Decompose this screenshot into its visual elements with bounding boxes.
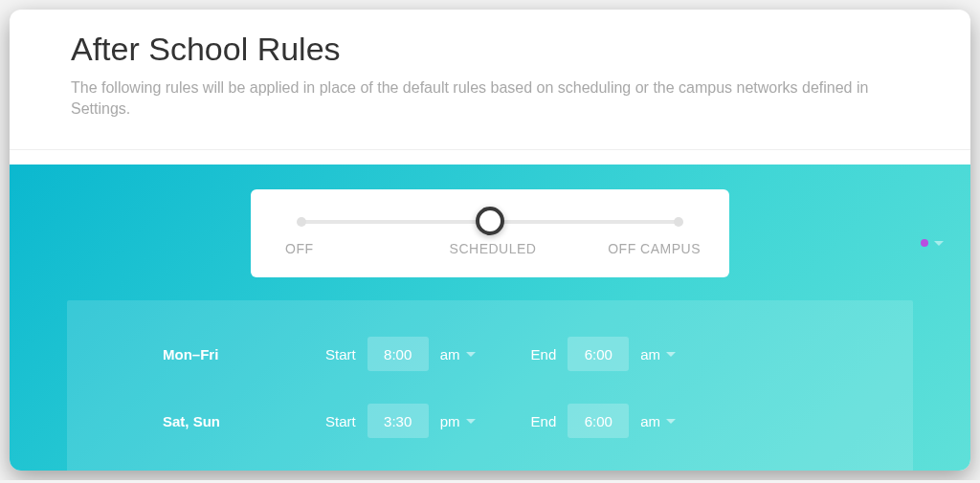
slider-option-offcampus[interactable]: OFF CAMPUS [562, 241, 701, 256]
slider-labels: OFF SCHEDULED OFF CAMPUS [279, 241, 701, 256]
start-label: Start [325, 346, 356, 362]
header: After School Rules The following rules w… [10, 10, 970, 150]
chevron-down-icon [466, 419, 476, 424]
end-ampm-value: am [640, 413, 660, 429]
end-time-group: End 6:00 am [531, 337, 677, 371]
end-time-group: End 6:00 am [531, 404, 677, 438]
start-ampm-select[interactable]: pm [440, 413, 476, 429]
slider-option-off[interactable]: OFF [279, 241, 424, 256]
start-ampm-value: am [440, 346, 460, 362]
status-dot-icon [921, 239, 928, 247]
start-time-group: Start 3:30 pm [325, 404, 476, 438]
days-label-weekend: Sat, Sun [67, 413, 325, 429]
schedule-row: Sat, Sun Start 3:30 pm End 6:00 am [67, 394, 913, 461]
mode-slider-track[interactable] [293, 209, 687, 235]
chevron-down-icon [934, 241, 944, 246]
start-time-input[interactable]: 8:00 [368, 337, 429, 371]
end-time-input[interactable]: 6:00 [568, 337, 629, 371]
mode-slider-card: OFF SCHEDULED OFF CAMPUS [251, 189, 729, 277]
start-ampm-value: pm [440, 413, 460, 429]
settings-card: After School Rules The following rules w… [10, 10, 970, 471]
page-title: After School Rules [71, 31, 913, 68]
status-indicator[interactable] [921, 239, 944, 247]
slider-thumb[interactable] [476, 207, 504, 235]
chevron-down-icon [666, 419, 676, 424]
start-label: Start [325, 413, 356, 429]
scheduling-area: OFF SCHEDULED OFF CAMPUS Mon–Fri Start 8… [10, 165, 970, 471]
days-label-weekday: Mon–Fri [67, 346, 325, 362]
end-ampm-value: am [640, 346, 660, 362]
slider-tick-offcampus[interactable] [674, 217, 683, 227]
start-ampm-select[interactable]: am [440, 346, 476, 362]
end-ampm-select[interactable]: am [640, 346, 676, 362]
start-time-group: Start 8:00 am [325, 337, 476, 371]
chevron-down-icon [466, 352, 476, 357]
slider-tick-off[interactable] [297, 217, 306, 227]
schedule-panel: Mon–Fri Start 8:00 am End 6:00 am [67, 300, 913, 471]
chevron-down-icon [666, 352, 676, 357]
start-time-input[interactable]: 3:30 [368, 404, 429, 438]
schedule-row: Mon–Fri Start 8:00 am End 6:00 am [67, 327, 913, 394]
end-label: End [531, 346, 557, 362]
end-time-input[interactable]: 6:00 [568, 404, 629, 438]
end-ampm-select[interactable]: am [640, 413, 676, 429]
slider-option-scheduled[interactable]: SCHEDULED [424, 241, 563, 256]
end-label: End [531, 413, 557, 429]
page-subtitle: The following rules will be applied in p… [71, 77, 913, 121]
